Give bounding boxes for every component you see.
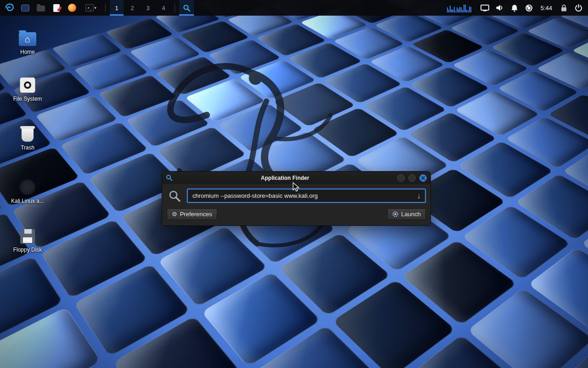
display-icon[interactable] — [480, 2, 490, 13]
application-finder-window: Application Finder — [162, 171, 431, 226]
notification-bell-icon[interactable] — [509, 2, 520, 13]
folder-icon — [37, 6, 45, 12]
separator — [175, 4, 175, 12]
home-folder-icon: ⌂ — [19, 32, 36, 46]
titlebar[interactable]: Application Finder — [162, 172, 430, 184]
appfinder-window-icon — [166, 174, 173, 181]
kali-disc-icon — [20, 179, 35, 195]
desktop-screen: >_ ▾ 1 2 3 4 — [0, 0, 588, 368]
kali-menu-button[interactable] — [3, 1, 17, 15]
desktop-icon-file-system[interactable]: File System — [6, 74, 50, 102]
floppy-disk-icon — [20, 229, 35, 244]
hard-drive-icon — [20, 77, 35, 93]
preferences-button[interactable]: ⚙ Preferences — [167, 208, 217, 220]
window-title: Application Finder — [175, 175, 395, 181]
desktop-icon-label: File System — [6, 96, 50, 102]
dialog-body: ↓ ⚙ Preferences Launch — [162, 184, 430, 225]
clock[interactable]: 5:44 — [539, 5, 554, 12]
firefox-icon — [68, 4, 76, 12]
firefox-launcher[interactable] — [65, 1, 79, 15]
desktop-icon-label: Home — [6, 49, 50, 55]
desktop-icon-label: Floppy Disk — [6, 247, 50, 253]
dropdown-arrow-button[interactable]: ↓ — [413, 190, 424, 201]
separator — [105, 4, 106, 12]
workspace-4[interactable]: 4 — [157, 0, 170, 16]
trash-bin-icon — [22, 128, 34, 142]
cpu-graph-applet[interactable] — [447, 3, 475, 12]
close-button[interactable] — [419, 174, 427, 182]
close-icon — [421, 176, 425, 180]
lock-icon[interactable] — [559, 2, 569, 13]
kali-logo-icon — [5, 3, 15, 13]
launch-icon — [392, 211, 398, 217]
command-input[interactable] — [187, 189, 426, 203]
top-panel: >_ ▾ 1 2 3 4 — [0, 0, 588, 16]
window-launcher-icon[interactable] — [18, 1, 32, 15]
desktop-icon-label: Trash — [6, 144, 50, 151]
update-status-icon[interactable] — [524, 2, 534, 13]
file-manager-launcher[interactable] — [34, 1, 48, 15]
window-icon — [21, 5, 29, 12]
search-icon — [167, 190, 182, 202]
minimize-button[interactable] — [397, 174, 405, 182]
power-logout-icon[interactable] — [573, 2, 583, 13]
launch-button[interactable]: Launch — [387, 208, 426, 220]
magnifier-icon — [183, 4, 191, 12]
terminal-icon: >_ — [85, 4, 94, 12]
desktop-icon-label: Kali Linux a... — [6, 198, 50, 204]
workspace-2[interactable]: 2 — [125, 0, 139, 16]
taskbar-application-finder[interactable] — [179, 0, 194, 16]
desktop-icon-kali-linux[interactable]: Kali Linux a... — [6, 176, 50, 204]
desktop-icon-floppy-disk[interactable]: Floppy Disk — [6, 224, 50, 253]
volume-icon[interactable] — [495, 2, 505, 13]
document-pencil-icon — [53, 4, 60, 12]
maximize-button[interactable] — [408, 174, 416, 182]
terminal-launcher[interactable]: >_ ▾ — [81, 1, 101, 15]
chevron-down-icon: ▾ — [94, 6, 96, 10]
workspace-1[interactable]: 1 — [110, 0, 124, 16]
system-tray: 5:44 — [447, 2, 585, 13]
desktop-icon-trash[interactable]: Trash — [6, 122, 50, 151]
gear-icon: ⚙ — [172, 211, 177, 218]
workspace-3[interactable]: 3 — [141, 0, 155, 16]
text-editor-launcher[interactable] — [50, 1, 63, 15]
desktop-icon-home[interactable]: ⌂ Home — [6, 27, 50, 55]
